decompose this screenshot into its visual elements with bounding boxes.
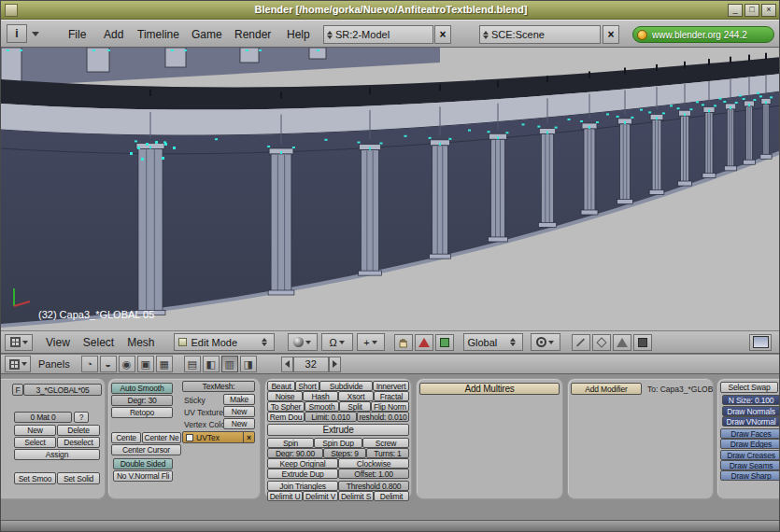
material-query-button[interactable]: ? bbox=[74, 412, 89, 423]
subcontext-button-1[interactable]: ▤ bbox=[184, 356, 201, 372]
render-preview-button[interactable] bbox=[749, 334, 772, 351]
remove-doubles-button[interactable]: Rem Dou bbox=[267, 412, 305, 422]
material-delete-button[interactable]: Delete bbox=[57, 425, 100, 436]
set-smooth-button[interactable]: Set Smoo bbox=[14, 472, 56, 484]
menu-add[interactable]: Add bbox=[104, 28, 123, 41]
window-titlebar[interactable]: Blender [/home/gorka/Nuevo/AnfiteatroTex… bbox=[1, 1, 780, 20]
draw-creases-toggle[interactable]: Draw Creases bbox=[720, 450, 780, 460]
scene-delete-button[interactable]: × bbox=[603, 25, 619, 44]
delimit-s-toggle[interactable]: Delimit S bbox=[338, 491, 374, 501]
retopo-toggle-button[interactable] bbox=[613, 334, 631, 351]
clockwise-toggle[interactable]: Clockwise bbox=[338, 458, 409, 469]
snap-dropdown[interactable]: + bbox=[357, 333, 385, 351]
menu-mesh[interactable]: Mesh bbox=[127, 336, 154, 349]
snap-toggle-button[interactable] bbox=[592, 334, 611, 351]
hash-button[interactable]: Hash bbox=[303, 391, 338, 401]
subdivide-button[interactable]: Subdivide bbox=[319, 381, 373, 391]
viewport-shading-dropdown[interactable] bbox=[288, 333, 318, 351]
mode-dropdown[interactable]: Edit Mode bbox=[174, 333, 275, 351]
select-swap-button[interactable]: Select Swap bbox=[720, 382, 778, 393]
frame-prev-button[interactable] bbox=[281, 357, 293, 372]
delimit-v-toggle[interactable]: Delimit V bbox=[303, 491, 338, 501]
mesh-name-field[interactable]: 3_*GLOBAL*05 bbox=[23, 384, 102, 396]
material-index-field[interactable]: 0 Mat 0 bbox=[14, 412, 72, 423]
info-window-icon[interactable]: i bbox=[7, 24, 27, 43]
xsort-button[interactable]: Xsort bbox=[338, 391, 374, 401]
spin-degrees-field[interactable]: Degr: 90.00 bbox=[267, 448, 323, 458]
spin-steps-field[interactable]: Steps: 9 bbox=[323, 448, 366, 458]
sticky-make-button[interactable]: Make bbox=[223, 394, 255, 405]
screen-delete-button[interactable]: × bbox=[434, 25, 451, 44]
delimit-toggle[interactable]: Delimit bbox=[374, 491, 409, 501]
menu-game[interactable]: Game bbox=[191, 28, 222, 41]
menu-file[interactable]: File bbox=[68, 28, 86, 41]
editing-context-button[interactable]: ▥ bbox=[221, 356, 238, 372]
scale-manipulator-button[interactable] bbox=[435, 334, 454, 351]
proportional-edit-dropdown[interactable]: Ω bbox=[321, 333, 353, 351]
occlude-geometry-button[interactable] bbox=[633, 334, 652, 351]
screen-selector[interactable]: SR:2-Model bbox=[323, 25, 433, 44]
split-button[interactable]: Split bbox=[339, 401, 371, 412]
keep-original-toggle[interactable]: Keep Original bbox=[267, 458, 338, 469]
draw-vnormals-toggle[interactable]: Draw VNormal bbox=[722, 416, 780, 427]
flip-normals-button[interactable]: Flip Norm bbox=[371, 401, 409, 412]
orientation-dropdown[interactable]: Global bbox=[463, 333, 523, 351]
menu-select[interactable]: Select bbox=[83, 336, 114, 349]
auto-smooth-toggle[interactable]: Auto Smooth bbox=[111, 383, 173, 394]
script-context-button[interactable]: ◒ bbox=[100, 356, 117, 372]
spin-turns-field[interactable]: Turns: 1 bbox=[366, 448, 409, 458]
uv-layer-row[interactable]: UVTex × bbox=[182, 431, 255, 443]
uv-layer-checkbox[interactable] bbox=[186, 434, 193, 441]
editor-type-dropdown[interactable] bbox=[5, 334, 33, 351]
frame-number-field[interactable]: 32 bbox=[293, 357, 329, 372]
noise-button[interactable]: Noise bbox=[267, 391, 303, 401]
draw-sharp-toggle[interactable]: Draw Sharp bbox=[720, 470, 780, 481]
menu-help[interactable]: Help bbox=[287, 28, 310, 41]
centre-cursor-button[interactable]: Center Cursor bbox=[111, 444, 181, 455]
spin-button[interactable]: Spin bbox=[267, 438, 314, 448]
join-triangles-toggle[interactable]: Join Triangles bbox=[267, 481, 338, 491]
spin-dup-button[interactable]: Spin Dup bbox=[314, 438, 362, 448]
maximize-button[interactable]: □ bbox=[745, 4, 759, 17]
offset-field[interactable]: Offset: 1.00 bbox=[338, 469, 409, 479]
texmesh-field[interactable]: TexMesh: bbox=[182, 381, 255, 392]
minimize-button[interactable]: _ bbox=[728, 4, 743, 17]
pivot-dropdown[interactable] bbox=[531, 333, 560, 351]
set-solid-button[interactable]: Set Solid bbox=[57, 472, 100, 484]
frame-next-button[interactable] bbox=[329, 357, 341, 372]
join-threshold-field[interactable]: Threshold 0.800 bbox=[338, 481, 409, 491]
material-deselect-button[interactable]: Deselect bbox=[57, 437, 100, 448]
retopo-button[interactable]: Retopo bbox=[111, 407, 173, 418]
material-assign-button[interactable]: Assign bbox=[14, 449, 100, 460]
limit-field[interactable]: Limit: 0.010 bbox=[305, 412, 357, 422]
normal-size-field[interactable]: N Size: 0.100 bbox=[722, 395, 780, 405]
scene-selector[interactable]: SCE:Scene bbox=[479, 25, 601, 44]
add-modifier-button[interactable]: Add Modifier bbox=[571, 383, 642, 395]
vertex-color-new-button[interactable]: New bbox=[223, 418, 255, 429]
menu-render[interactable]: Render bbox=[234, 28, 271, 41]
beauty-toggle[interactable]: Beaut bbox=[267, 381, 295, 391]
centre-button[interactable]: Cente bbox=[111, 432, 141, 443]
editor-type-dropdown[interactable] bbox=[5, 356, 31, 372]
manipulator-toggle-button[interactable] bbox=[394, 334, 413, 351]
no-vnormal-flip-toggle[interactable]: No V.Normal Fli bbox=[113, 470, 173, 482]
proportional-falloff-button[interactable] bbox=[572, 334, 590, 351]
double-sided-toggle[interactable]: Double Sided bbox=[113, 458, 173, 469]
short-toggle[interactable]: Short bbox=[295, 381, 319, 391]
centre-new-button[interactable]: Center Ne bbox=[142, 432, 181, 443]
draw-seams-toggle[interactable]: Draw Seams bbox=[720, 460, 780, 470]
logic-context-button[interactable]: ◔ bbox=[81, 356, 98, 372]
extrude-dup-button[interactable]: Extrude Dup bbox=[267, 469, 338, 479]
draw-normals-toggle[interactable]: Draw Normals bbox=[722, 406, 780, 416]
auto-smooth-degrees-field[interactable]: Degr: 30 bbox=[111, 395, 173, 406]
draw-edges-toggle[interactable]: Draw Edges bbox=[720, 439, 780, 449]
fake-user-button[interactable]: F bbox=[12, 384, 23, 396]
material-select-button[interactable]: Select bbox=[14, 437, 56, 448]
close-button[interactable]: × bbox=[761, 4, 776, 17]
shading-context-button[interactable]: ◉ bbox=[119, 356, 135, 372]
uv-texture-new-button[interactable]: New bbox=[223, 406, 255, 417]
header-collapse-icon[interactable] bbox=[32, 32, 39, 36]
scene-context-button[interactable]: ▦ bbox=[156, 356, 173, 372]
menu-view[interactable]: View bbox=[46, 336, 70, 349]
delimit-uv-toggle[interactable]: Delimit U bbox=[267, 491, 303, 501]
